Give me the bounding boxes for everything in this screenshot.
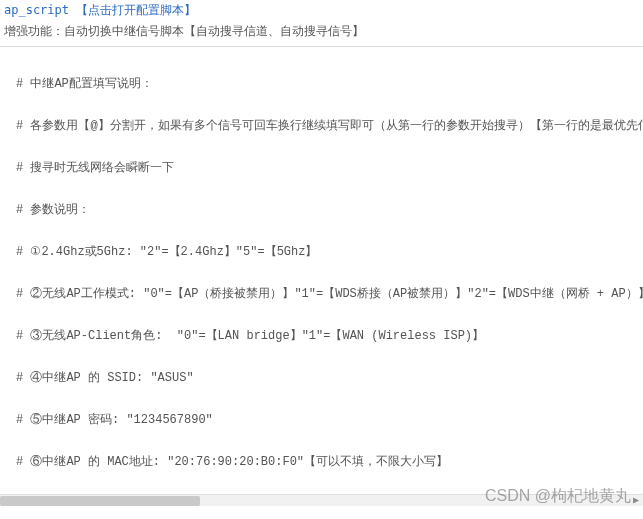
comment-line: # ④中继AP 的 SSID: "ASUS" [16,368,639,389]
subtitle: 增强功能：自动切换中继信号脚本【自动搜寻信道、自动搜寻信号】 [0,21,643,46]
comment-line: # ⑤中继AP 密码: "1234567890" [16,410,639,431]
code-block: # 中继AP配置填写说明： # 各参数用【@】分割开，如果有多个信号可回车换行继… [0,46,643,506]
open-config-link[interactable]: 【点击打开配置脚本】 [76,3,196,17]
horizontal-scrollbar[interactable]: ▶ [0,494,643,506]
header: ap_script 【点击打开配置脚本】 [0,0,643,21]
subtitle-label: 增强功能： [4,24,64,38]
script-name-link[interactable]: ap_script [4,3,69,17]
comment-line: # 参数说明： [16,200,639,221]
comment-line: # 搜寻时无线网络会瞬断一下 [16,158,639,179]
comment-line: # ③无线AP-Client角色: "0"=【LAN bridge】"1"=【W… [16,326,639,347]
comment-line: # ⑥中继AP 的 MAC地址: "20:76:90:20:B0:F0"【可以不… [16,452,639,473]
comment-line: # 各参数用【@】分割开，如果有多个信号可回车换行继续填写即可（从第一行的参数开… [16,116,639,137]
scrollbar-thumb[interactable] [0,496,200,506]
scroll-right-arrow-icon[interactable]: ▶ [629,495,643,506]
subtitle-text: 自动切换中继信号脚本【自动搜寻信道、自动搜寻信号】 [64,24,364,38]
comment-line: # 中继AP配置填写说明： [16,74,639,95]
comment-line: # ②无线AP工作模式: "0"=【AP（桥接被禁用）】"1"=【WDS桥接（A… [16,284,639,305]
comment-line: # ①2.4Ghz或5Ghz: "2"=【2.4Ghz】"5"=【5Ghz】 [16,242,639,263]
